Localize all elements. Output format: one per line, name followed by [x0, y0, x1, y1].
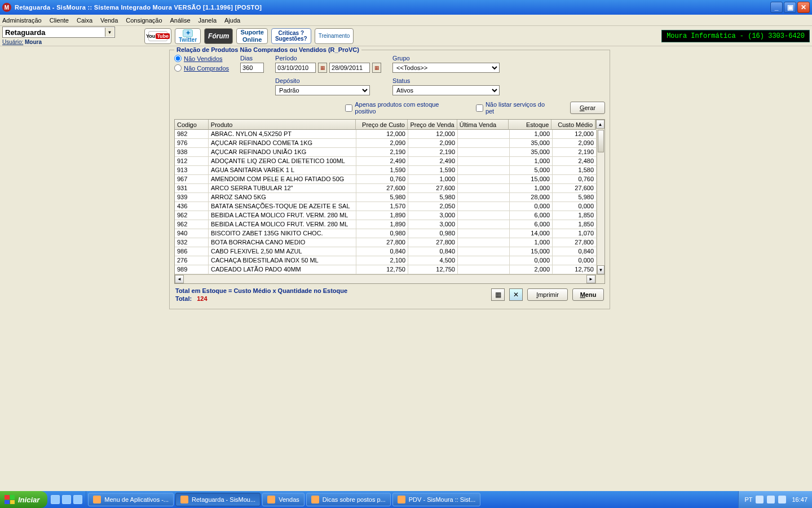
scrollbar-thumb[interactable]	[598, 130, 604, 152]
menu-button[interactable]: Menu	[572, 288, 604, 301]
table-row[interactable]: 982ABRAC. NYLON 4,5X250 PT12,00012,0001,…	[175, 130, 597, 139]
taskbar: Iniciar Menu de Aplicativos -... Retagua…	[0, 491, 812, 508]
menu-ajuda[interactable]: Ajuda	[224, 17, 240, 24]
table-row[interactable]: 913AGUA SANITARIA VAREK 1 L1,5901,5905,0…	[175, 166, 597, 175]
toolbar: Retaguarda ▼ Usuário: Moura YouTube ✦ Tw…	[0, 26, 812, 46]
window-titlebar: M Retaguarda - SisMoura :: Sistema Integ…	[0, 0, 812, 15]
window-close-button[interactable]: ✕	[797, 2, 810, 13]
window-title: Retaguarda - SisMoura :: Sistema Integra…	[15, 4, 262, 11]
gerar-button[interactable]: Gerar	[570, 102, 605, 114]
window-maximize-button[interactable]: ▣	[784, 2, 796, 13]
clock[interactable]: 16:47	[792, 496, 807, 503]
taskbar-item[interactable]: PDV - SisMoura :: Sist...	[392, 493, 481, 506]
radio-nao-comprados[interactable]	[174, 64, 182, 72]
language-indicator[interactable]: PT	[744, 496, 752, 503]
system-tray: PT 16:47	[738, 491, 812, 508]
tray-icon[interactable]	[778, 496, 786, 503]
input-data-inicio[interactable]	[275, 63, 316, 73]
col-produto[interactable]: Produto	[209, 120, 356, 130]
menu-caixa[interactable]: Caixa	[77, 17, 92, 24]
table-row[interactable]: 986CABO FLEXIVEL 2,50 MM AZUL0,8400,8401…	[175, 247, 597, 256]
taskbar-item[interactable]: Retaguarda - SisMou...	[175, 493, 261, 506]
menu-administracao[interactable]: Administração	[2, 17, 42, 24]
calendar-icon[interactable]: ▦	[318, 63, 327, 73]
youtube-button[interactable]: YouTube	[144, 28, 171, 44]
start-button[interactable]: Iniciar	[0, 491, 47, 508]
task-icon	[93, 496, 101, 503]
table-row[interactable]: 940BISCOITO ZABET 135G NIKITO CHOC.0,980…	[175, 229, 597, 238]
radio-nao-vendidos-label[interactable]: Não Vendidos	[184, 55, 223, 62]
table-row[interactable]: 939ARROZ SANO 5KG5,9805,98028,0005,980	[175, 193, 597, 202]
table-row[interactable]: 912ADOÇANTE LIQ ZERO CAL DIETETICO 100ML…	[175, 157, 597, 166]
table-row[interactable]: 962BEBIDA LACTEA MOLICO FRUT. VERM. 280 …	[175, 220, 597, 229]
tray-icon[interactable]	[756, 496, 764, 503]
forum-button[interactable]: Fórum	[204, 28, 233, 44]
checkbox-estoque-positivo[interactable]	[345, 104, 352, 112]
app-icon: M	[2, 3, 11, 12]
report-table: Codigo Produto Preço de Custo Preço de V…	[174, 119, 605, 284]
table-row[interactable]: 276CACHAÇA BIDESTILADA INOX 50 ML2,1004,…	[175, 256, 597, 265]
checkbox-nao-listar-pet[interactable]	[476, 104, 483, 112]
taskbar-item[interactable]: Vendas	[262, 493, 304, 506]
quick-launch-icon[interactable]	[62, 495, 71, 504]
menu-cliente[interactable]: Cliente	[50, 17, 69, 24]
task-icon	[311, 496, 319, 503]
col-preco-custo[interactable]: Preço de Custo	[356, 120, 408, 130]
table-row[interactable]: 931ARCO SERRA TUBULAR 12"27,60027,6001,0…	[175, 184, 597, 193]
radio-nao-vendidos[interactable]	[174, 55, 182, 62]
scroll-up-button[interactable]: ▲	[596, 120, 604, 129]
scroll-down-button[interactable]: ▼	[597, 265, 604, 274]
label-periodo: Período	[275, 55, 381, 62]
total-value: 124	[197, 295, 207, 302]
col-preco-venda[interactable]: Preço de Venda	[408, 120, 457, 130]
label-deposito: Depósito	[275, 77, 381, 84]
col-codigo[interactable]: Codigo	[175, 120, 209, 130]
scroll-left-button[interactable]: ◄	[175, 275, 184, 283]
label-grupo: Grupo	[392, 55, 500, 62]
twitter-button[interactable]: ✦ Twitter	[175, 28, 201, 44]
col-custo-medio[interactable]: Custo Médio	[551, 120, 595, 130]
excel-export-button[interactable]: ✕	[509, 288, 523, 301]
user-info: Usuário: Moura	[2, 39, 115, 45]
criticas-sugestoes-button[interactable]: Críticas ?Sugestões?	[271, 28, 311, 44]
col-ultima-venda[interactable]: Última Venda	[457, 120, 509, 130]
select-status[interactable]: Ativos	[392, 85, 500, 95]
taskbar-item[interactable]: Menu de Aplicativos -...	[88, 493, 174, 506]
select-deposito[interactable]: Padrão	[275, 85, 370, 95]
checkbox-nao-listar-pet-label: Não listar serviços do pet	[486, 101, 553, 115]
treinamento-button[interactable]: Treinamento	[315, 28, 354, 44]
menu-venda[interactable]: Venda	[100, 17, 118, 24]
col-estoque[interactable]: Estoque	[509, 120, 551, 130]
report-panel: Relação de Produtos Não Comprados ou Ven…	[169, 50, 610, 309]
calendar-icon[interactable]: ▦	[372, 63, 381, 73]
imprimir-button[interactable]: Imprimir	[527, 288, 568, 301]
table-row[interactable]: 989CADEADO LATÃO PADO 40MM12,75012,7502,…	[175, 265, 597, 274]
input-data-fim[interactable]	[329, 63, 370, 73]
vertical-scrollbar[interactable]	[597, 130, 604, 265]
menu-janela[interactable]: Janela	[198, 17, 217, 24]
module-combobox[interactable]: Retaguarda ▼	[2, 27, 115, 38]
quick-launch-icon[interactable]	[51, 495, 60, 504]
scroll-right-button[interactable]: ►	[586, 275, 595, 283]
table-row[interactable]: 962BEBIDA LACTEA MOLICO FRUT. VERM. 280 …	[175, 211, 597, 220]
radio-nao-comprados-label[interactable]: Não Comprados	[184, 65, 229, 72]
table-row[interactable]: 976AÇUCAR REFINADO COMETA 1KG2,0902,0903…	[175, 139, 597, 148]
twitter-icon: ✦	[183, 29, 193, 37]
table-row[interactable]: 967AMENDOIM COM PELE E ALHO FATIADO 50G0…	[175, 175, 597, 184]
menu-analise[interactable]: Análise	[170, 17, 191, 24]
horizontal-scrollbar[interactable]	[184, 275, 586, 283]
grid-icon-button[interactable]: ▦	[491, 288, 505, 301]
quick-launch-icon[interactable]	[73, 495, 82, 504]
suporte-online-button[interactable]: SuporteOnline	[236, 28, 268, 44]
table-row[interactable]: 938AÇUCAR REFINADO UNIÃO 1KG2,1902,19035…	[175, 148, 597, 157]
tray-icon[interactable]	[767, 496, 775, 503]
table-row[interactable]: 932BOTA BORRACHA CANO MEDIO27,80027,8001…	[175, 238, 597, 247]
taskbar-item[interactable]: Dicas sobre postos p...	[306, 493, 391, 506]
window-minimize-button[interactable]: _	[770, 2, 783, 13]
label-status: Status	[392, 77, 500, 84]
input-dias[interactable]	[240, 63, 264, 73]
quick-launch	[47, 491, 86, 508]
select-grupo[interactable]: <<Todos>>	[392, 63, 500, 73]
menu-consignacao[interactable]: Consignação	[126, 17, 162, 24]
table-row[interactable]: 436BATATA SENSAÇÕES-TOQUE DE AZEITE E SA…	[175, 202, 597, 211]
